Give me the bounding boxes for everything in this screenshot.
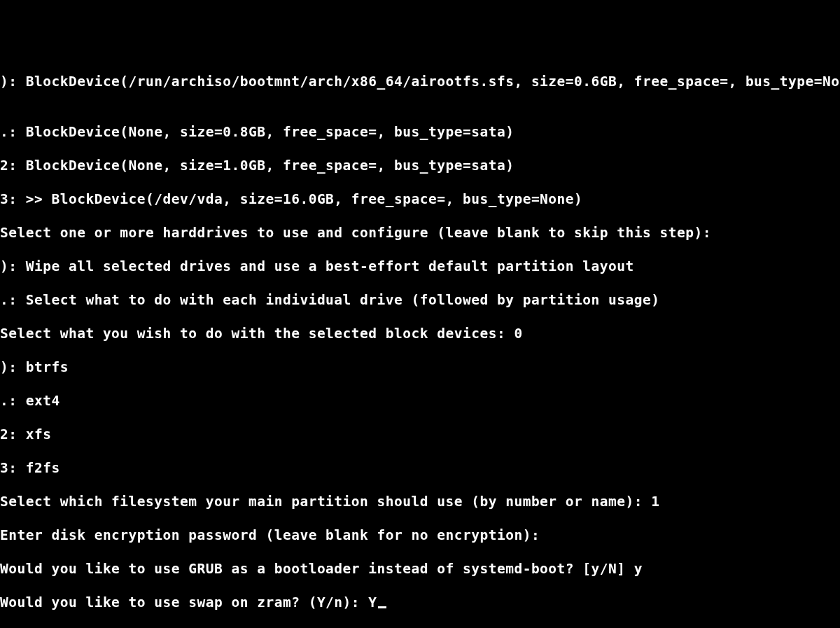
terminal-line: 2: BlockDevice(None, size=1.0GB, free_sp… <box>0 158 840 174</box>
terminal-line: 3: >> BlockDevice(/dev/vda, size=16.0GB,… <box>0 191 840 208</box>
terminal-line: Select one or more harddrives to use and… <box>0 225 840 242</box>
terminal-output[interactable]: ): BlockDevice(/run/archiso/bootmnt/arch… <box>0 57 840 628</box>
terminal-line: .: Select what to do with each individua… <box>0 292 840 309</box>
cursor-icon <box>378 606 386 608</box>
terminal-line: Select what you wish to do with the sele… <box>0 326 840 342</box>
terminal-line: ): BlockDevice(/run/archiso/bootmnt/arch… <box>0 74 840 90</box>
terminal-line: 3: f2fs <box>0 460 840 477</box>
terminal-line: .: BlockDevice(None, size=0.8GB, free_sp… <box>0 124 840 141</box>
terminal-line: Enter disk encryption password (leave bl… <box>0 527 840 544</box>
terminal-line: ): btrfs <box>0 359 840 376</box>
terminal-line: ): Wipe all selected drives and use a be… <box>0 258 840 275</box>
terminal-line: Select which filesystem your main partit… <box>0 494 840 510</box>
terminal-line: 2: xfs <box>0 426 840 443</box>
terminal-line: Would you like to use GRUB as a bootload… <box>0 561 840 578</box>
terminal-line: .: ext4 <box>0 393 840 410</box>
terminal-prompt-text: Would you like to use swap on zram? (Y/n… <box>0 594 377 610</box>
terminal-prompt-line[interactable]: Would you like to use swap on zram? (Y/n… <box>0 594 840 611</box>
